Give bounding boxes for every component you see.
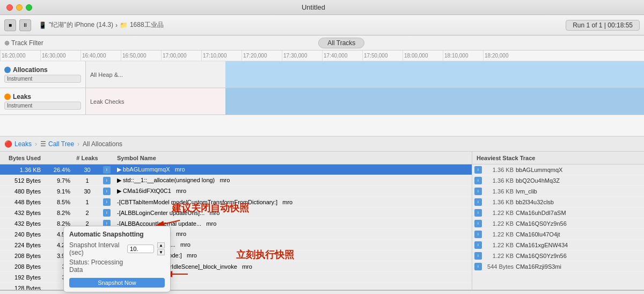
table-header: Bytes Used # Leaks Symbol Name	[0, 152, 472, 164]
row-icon: i	[103, 198, 111, 206]
ruler-tick-7: 17:30,000	[282, 51, 308, 61]
fullscreen-button[interactable]	[26, 4, 32, 11]
stack-icon: i	[474, 188, 482, 195]
stack-row[interactable]: i 1.22 KB CMa160lu47O4jt	[472, 229, 644, 240]
header-leaks: # Leaks	[72, 155, 102, 161]
breadcrumb-calltree[interactable]: Call Tree	[48, 140, 74, 148]
traffic-lights	[6, 4, 32, 11]
tracks-area: Allocations Instrument All Heap &... Lea…	[0, 61, 644, 137]
ruler-tick-1: 16:30,000	[40, 51, 66, 61]
app-window: Untitled ■ ⏸ 📱 "纪湖"的 iPhone (14.3) › 📁 1…	[0, 0, 644, 294]
breadcrumb-bar: 🔴 Leaks › ☰ Call Tree › All Allocations	[0, 137, 644, 152]
table-row[interactable]: 480 Bytes 9.1% 30 i ▶ CMa16idFXtQ0C1 mro	[0, 186, 472, 197]
ruler-tick-5: 17:10,000	[201, 51, 227, 61]
interval-down-button[interactable]: ▼	[157, 249, 165, 255]
breadcrumb-leaks[interactable]: Leaks	[14, 140, 32, 148]
ruler-tick-12: 18:20,000	[483, 51, 509, 61]
run-info-text: Run 1 of 1 | 00:18:55	[573, 21, 633, 29]
allocations-content-label: All Heap &...	[86, 71, 123, 78]
ruler-tick-3: 16:50,000	[121, 51, 147, 61]
snapshot-now-button[interactable]: Snapshot Now	[69, 278, 165, 288]
stack-row[interactable]: i 1.22 KB CMa16uhDdI7aSM	[472, 207, 644, 218]
heaviest-stack-header: Heaviest Stack Trace	[472, 152, 644, 164]
row-icon: i	[103, 166, 111, 174]
breadcrumb-icon: 🔴	[4, 140, 12, 148]
stack-row[interactable]: i 1.36 KB lvm_clib	[472, 186, 644, 197]
leaks-icon	[4, 94, 11, 100]
popup-title: Automatic Snapshotting	[69, 231, 165, 238]
workspace-icon: 📁	[120, 21, 128, 29]
interval-label: Snapshot Interval (sec)	[69, 241, 124, 256]
stack-icon: i	[474, 231, 482, 238]
device-info: 📱 "纪湖"的 iPhone (14.3) › 📁 1688工业品	[39, 20, 164, 30]
table-row[interactable]: 432 Bytes 8.2% 2 i -[ALBBLoginCenter upd…	[0, 207, 472, 218]
leaks-badge: Instrument	[4, 102, 81, 110]
allocations-icon	[4, 67, 11, 73]
right-panel: Heaviest Stack Trace i 1.36 KB bbAGLummq…	[472, 152, 644, 290]
stack-row[interactable]: i 1.36 KB bb2l34u32clsb	[472, 197, 644, 207]
window-title: Untitled	[302, 3, 325, 11]
device-name: "纪湖"的 iPhone (14.3)	[49, 20, 113, 30]
track-filter-label[interactable]: ⊕ Track Filter	[4, 39, 43, 47]
track-filter-bar: ⊕ Track Filter All Tracks	[0, 35, 644, 51]
leaks-content[interactable]: Leak Checks	[86, 88, 644, 114]
header-bytes: Bytes Used	[0, 155, 43, 161]
leaks-bar	[225, 88, 644, 114]
stack-icon: i	[474, 263, 482, 270]
ruler-tick-4: 17:00,000	[161, 51, 187, 61]
tracks-spacer	[0, 115, 644, 137]
stack-icon: i	[474, 177, 482, 184]
row-icon: i	[103, 209, 111, 217]
all-tracks-button[interactable]: All Tracks	[318, 38, 364, 48]
ruler-tick-11: 18:10,000	[443, 51, 469, 61]
stack-icon: i	[474, 220, 482, 227]
table-row[interactable]: 512 Bytes 9.7% 1 i ▶ std::__1::__allocat…	[0, 175, 472, 186]
stack-row[interactable]: i 1.22 KB CMa16QS0Yz9n56	[472, 250, 644, 261]
stack-row[interactable]: i 1.22 KB CMa161xgENW434	[472, 240, 644, 250]
stack-row[interactable]: i 1.36 KB bbQ2Ou4hMq3Z	[472, 175, 644, 186]
interval-input[interactable]	[127, 245, 154, 253]
ruler-tick-8: 17:40,000	[322, 51, 348, 61]
stack-row[interactable]: i 1.36 KB bbAGLummqmqX	[472, 164, 644, 175]
allocations-label-col: Allocations Instrument	[0, 61, 86, 88]
heaviest-stack-title: Heaviest Stack Trace	[477, 155, 535, 161]
track-leaks: Leaks Instrument Leak Checks	[0, 88, 644, 115]
breadcrumb-calltree-icon: ☰	[40, 140, 46, 148]
close-button[interactable]	[6, 4, 13, 11]
ruler-tick-9: 17:50,000	[362, 51, 388, 61]
allocations-badge: Instrument	[4, 75, 81, 83]
status-label: Status: Processing Data	[69, 259, 134, 274]
ruler-tick-10: 18:00,000	[402, 51, 428, 61]
interval-up-button[interactable]: ▲	[157, 242, 165, 248]
stack-row[interactable]: i 1.22 KB CMa16QS0Yz9n56	[472, 218, 644, 229]
allocations-bar	[225, 61, 644, 88]
table-row[interactable]: 448 Bytes 8.5% 1 i -[CBTTabItemModel mod…	[0, 197, 472, 207]
toolbar: ■ ⏸ 📱 "纪湖"的 iPhone (14.3) › 📁 1688工业品 Ru…	[0, 15, 644, 35]
minimize-button[interactable]	[16, 4, 23, 11]
status-row: Status: Processing Data	[69, 259, 165, 274]
pause-button[interactable]: ⏸	[19, 19, 31, 31]
status-value: Processing Data	[69, 259, 123, 274]
title-bar: Untitled	[0, 0, 644, 15]
device-icon: 📱	[39, 21, 47, 29]
header-symbol: Symbol Name	[115, 155, 472, 161]
leaks-name: Leaks	[13, 93, 31, 101]
stack-icon: i	[474, 198, 482, 206]
stack-icon: i	[474, 252, 482, 260]
interval-row: Snapshot Interval (sec) ▲ ▼	[69, 241, 165, 256]
workspace-name: 1688工业品	[130, 20, 164, 30]
device-sep: ›	[115, 21, 118, 29]
allocations-content[interactable]: All Heap &...	[86, 61, 644, 88]
table-row[interactable]: 1.36 KB 26.4% 30 i ▶ bbAGLummqmqX mro	[0, 164, 472, 175]
automatic-snapshotting-popup: Automatic Snapshotting Snapshot Interval…	[63, 226, 171, 292]
stop-button[interactable]: ■	[4, 19, 16, 31]
stack-icon: i	[474, 209, 482, 217]
breadcrumb-all-allocations: All Allocations	[83, 140, 122, 148]
row-icon: i	[103, 177, 111, 184]
allocations-name: Allocations	[13, 66, 48, 74]
track-allocations: Allocations Instrument All Heap &...	[0, 61, 644, 88]
stack-row[interactable]: i 544 Bytes CMa16Rzji9S3mi	[472, 261, 644, 272]
leaks-label-col: Leaks Instrument	[0, 88, 86, 114]
ruler-tick-6: 17:20,000	[241, 51, 267, 61]
run-info: Run 1 of 1 | 00:18:55	[566, 20, 640, 31]
